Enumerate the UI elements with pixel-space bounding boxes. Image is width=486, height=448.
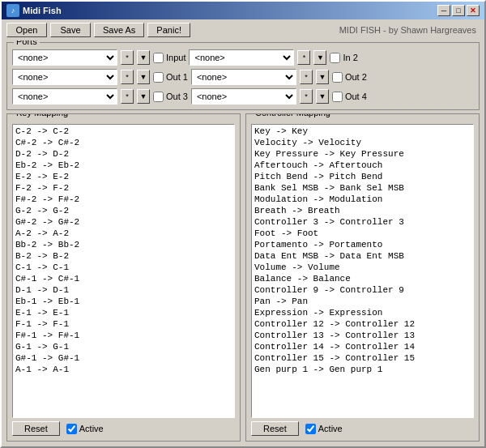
list-item[interactable]: D-2 -> D-2 bbox=[15, 148, 232, 160]
port-right-3-star[interactable]: * bbox=[300, 89, 313, 104]
out4-checkbox[interactable]: Out 4 bbox=[332, 92, 367, 102]
list-item[interactable]: Eb-2 -> Eb-2 bbox=[15, 160, 232, 171]
list-item[interactable]: Breath -> Breath bbox=[254, 205, 471, 216]
mappings-row: Key Mapping C-2 -> C-2C#-2 -> C#-2D-2 ->… bbox=[6, 113, 480, 442]
key-mapping-list[interactable]: C-2 -> C-2C#-2 -> C#-2D-2 -> D-2Eb-2 -> … bbox=[13, 125, 234, 417]
list-item[interactable]: Bank Sel MSB -> Bank Sel MSB bbox=[254, 182, 471, 194]
minimize-button[interactable]: ─ bbox=[437, 5, 450, 16]
maximize-button[interactable]: □ bbox=[452, 5, 465, 16]
save-as-button[interactable]: Save As bbox=[94, 23, 144, 37]
title-buttons: ─ □ ✕ bbox=[437, 5, 480, 16]
out3-checkbox[interactable]: Out 3 bbox=[153, 92, 188, 102]
list-item[interactable]: Volume -> Volume bbox=[254, 262, 471, 273]
controller-mapping-list-container: Key -> KeyVelocity -> VelocityKey Pressu… bbox=[251, 124, 474, 418]
key-mapping-active-checkbox[interactable]: Active bbox=[66, 424, 104, 434]
port-left-1-star[interactable]: * bbox=[121, 50, 134, 65]
list-item[interactable]: F-1 -> F-1 bbox=[15, 318, 232, 330]
port-right-2-select[interactable]: <none> bbox=[191, 69, 296, 85]
list-item[interactable]: Gen purp 1 -> Gen purp 1 bbox=[254, 364, 471, 375]
out1-checkbox[interactable]: Out 1 bbox=[153, 72, 188, 83]
port-left-1-arrow[interactable]: ▼ bbox=[137, 50, 150, 65]
title-bar: ♪ Midi Fish ─ □ ✕ bbox=[2, 2, 484, 19]
list-item[interactable]: Foot -> Foot bbox=[254, 228, 471, 239]
port-left-1-select[interactable]: <none> bbox=[12, 49, 117, 66]
save-button[interactable]: Save bbox=[50, 23, 91, 37]
open-button[interactable]: Open bbox=[6, 23, 47, 37]
list-item[interactable]: Velocity -> Velocity bbox=[254, 137, 471, 148]
list-item[interactable]: Controller 12 -> Controller 12 bbox=[254, 318, 471, 330]
list-item[interactable]: Eb-1 -> Eb-1 bbox=[15, 296, 232, 307]
port-right-1-arrow[interactable]: ▼ bbox=[313, 50, 326, 65]
port-left-2-arrow[interactable]: ▼ bbox=[137, 70, 150, 84]
controller-mapping-list[interactable]: Key -> KeyVelocity -> VelocityKey Pressu… bbox=[252, 125, 473, 417]
list-item[interactable]: Modulation -> Modulation bbox=[254, 194, 471, 205]
list-item[interactable]: E-2 -> E-2 bbox=[15, 171, 232, 182]
title-bar-text: ♪ Midi Fish bbox=[6, 4, 62, 17]
out2-checkbox[interactable]: Out 2 bbox=[332, 72, 367, 83]
list-item[interactable]: Portamento -> Portamento bbox=[254, 239, 471, 250]
list-item[interactable]: Pitch Bend -> Pitch Bend bbox=[254, 171, 471, 182]
key-mapping-reset-button[interactable]: Reset bbox=[12, 421, 60, 436]
port-right-1-star[interactable]: * bbox=[297, 50, 310, 65]
in2-checkbox-label: In 2 bbox=[343, 53, 357, 62]
list-item[interactable]: F#-2 -> F#-2 bbox=[15, 194, 232, 205]
list-item[interactable]: D-1 -> D-1 bbox=[15, 284, 232, 296]
list-item[interactable]: C#-2 -> C#-2 bbox=[15, 137, 232, 148]
list-item[interactable]: A-1 -> A-1 bbox=[15, 364, 232, 375]
port-right-3-arrow[interactable]: ▼ bbox=[316, 89, 329, 104]
list-item[interactable]: G-1 -> G-1 bbox=[15, 341, 232, 352]
list-item[interactable]: Key -> Key bbox=[254, 126, 471, 137]
out2-checkbox-input[interactable] bbox=[332, 72, 343, 83]
list-item[interactable]: Pan -> Pan bbox=[254, 296, 471, 307]
list-item[interactable]: F-2 -> F-2 bbox=[15, 182, 232, 194]
key-mapping-label: Key Mapping bbox=[14, 113, 70, 117]
controller-mapping-active-checkbox[interactable]: Active bbox=[305, 424, 343, 434]
list-item[interactable]: Controller 9 -> Controller 9 bbox=[254, 284, 471, 296]
port-left-2-select[interactable]: <none> bbox=[12, 69, 117, 85]
list-item[interactable]: F#-1 -> F#-1 bbox=[15, 330, 232, 341]
ports-label: Ports bbox=[14, 41, 40, 46]
port-left-3-select[interactable]: <none> bbox=[12, 88, 117, 105]
list-item[interactable]: G#-2 -> G#-2 bbox=[15, 216, 232, 228]
list-item[interactable]: C-1 -> C-1 bbox=[15, 262, 232, 273]
list-item[interactable]: Key Pressure -> Key Pressure bbox=[254, 148, 471, 160]
out3-checkbox-input[interactable] bbox=[153, 92, 164, 102]
list-item[interactable]: Bb-2 -> Bb-2 bbox=[15, 239, 232, 250]
list-item[interactable]: Expression -> Expression bbox=[254, 307, 471, 318]
list-item[interactable]: Aftertouch -> Aftertouch bbox=[254, 160, 471, 171]
port-right-2-arrow[interactable]: ▼ bbox=[316, 70, 329, 84]
port-right-3-select[interactable]: <none> bbox=[191, 88, 296, 105]
port-left-3-arrow[interactable]: ▼ bbox=[137, 89, 150, 104]
ports-section: Ports <none> * ▼ Input <none> * ▼ bbox=[6, 42, 480, 110]
input-checkbox-1-input[interactable] bbox=[153, 53, 164, 63]
panic-button[interactable]: Panic! bbox=[147, 23, 190, 37]
in2-checkbox-input[interactable] bbox=[330, 53, 340, 63]
list-item[interactable]: G#-1 -> G#-1 bbox=[15, 352, 232, 364]
list-item[interactable]: Balance -> Balance bbox=[254, 273, 471, 284]
out4-checkbox-input[interactable] bbox=[332, 92, 343, 102]
list-item[interactable]: Controller 15 -> Controller 15 bbox=[254, 352, 471, 364]
list-item[interactable]: Controller 14 -> Controller 14 bbox=[254, 341, 471, 352]
list-item[interactable]: E-1 -> E-1 bbox=[15, 307, 232, 318]
port-left-2-star[interactable]: * bbox=[121, 70, 134, 84]
list-item[interactable]: G-2 -> G-2 bbox=[15, 205, 232, 216]
port-right-2-star[interactable]: * bbox=[300, 70, 313, 84]
out1-checkbox-input[interactable] bbox=[153, 72, 164, 83]
port-right-1-select[interactable]: <none> bbox=[189, 49, 294, 66]
list-item[interactable]: C-2 -> C-2 bbox=[15, 126, 232, 137]
controller-mapping-reset-button[interactable]: Reset bbox=[251, 421, 299, 436]
list-item[interactable]: Data Ent MSB -> Data Ent MSB bbox=[254, 250, 471, 262]
input-checkbox-1[interactable]: Input bbox=[153, 53, 185, 63]
port-left-3-star[interactable]: * bbox=[121, 89, 134, 104]
in2-checkbox[interactable]: In 2 bbox=[330, 53, 357, 63]
list-item[interactable]: Controller 3 -> Controller 3 bbox=[254, 216, 471, 228]
controller-mapping-active-input[interactable] bbox=[305, 424, 316, 434]
list-item[interactable]: C#-1 -> C#-1 bbox=[15, 273, 232, 284]
key-mapping-active-input[interactable] bbox=[66, 424, 77, 434]
close-button[interactable]: ✕ bbox=[467, 5, 480, 16]
controller-mapping-footer: Reset Active bbox=[251, 421, 474, 436]
key-mapping-active-label: Active bbox=[79, 424, 104, 433]
list-item[interactable]: A-2 -> A-2 bbox=[15, 228, 232, 239]
list-item[interactable]: Controller 13 -> Controller 13 bbox=[254, 330, 471, 341]
list-item[interactable]: B-2 -> B-2 bbox=[15, 250, 232, 262]
